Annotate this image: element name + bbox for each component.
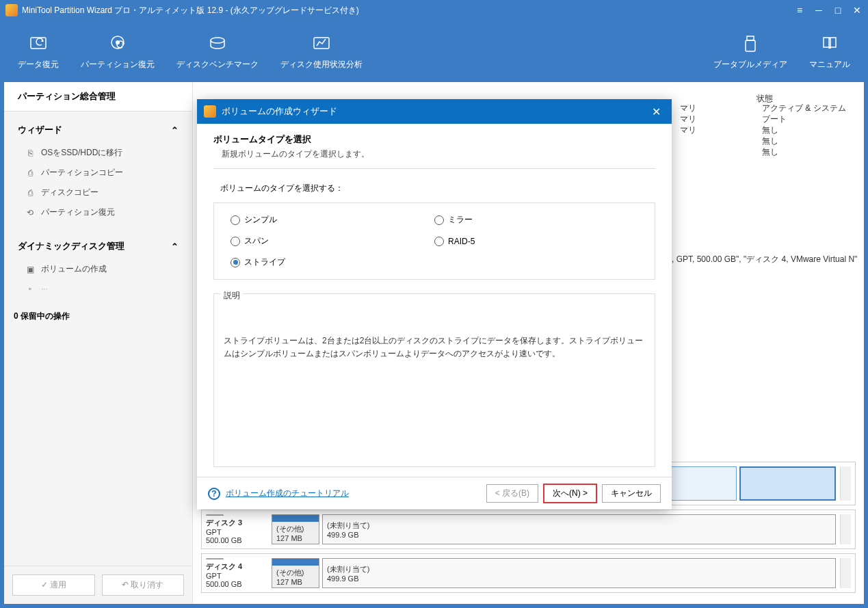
modal-close-button[interactable]: ✕ (648, 104, 665, 120)
maximize-button[interactable]: □ (832, 5, 843, 16)
partition-size: 499.9 GB (327, 531, 831, 539)
partition-size: 127 MB (276, 534, 315, 542)
modal-footer: ? ボリューム作成のチュートリアル < 戻る(B) 次へ(N) > キャンセル (197, 477, 672, 510)
next-button[interactable]: 次へ(N) > (544, 484, 596, 503)
sidebar-item-label: パーティション復元 (41, 207, 115, 218)
wizard-title: ボリュームタイプを選択 (213, 133, 655, 146)
sidebar-item-migrate-os[interactable]: ⎘ OSをSSD/HDDに移行 (4, 143, 192, 163)
scrollbar-vertical[interactable] (840, 558, 851, 588)
wizard-header: ボリュームタイプを選択 新規ボリュームのタイプを選択します。 (213, 133, 655, 169)
sidebar-item-disk-copy[interactable]: ⎙ ディスクコピー (4, 183, 192, 202)
disk-card-4[interactable]: ディスク 4 GPT 500.00 GB (その他) 127 MB (未割り当て… (201, 553, 856, 593)
disk-info-fragment: , GPT, 500.00 GB", "ディスク 4, VMware Virtu… (672, 250, 857, 269)
window-controls: ≡ ─ □ ✕ (794, 5, 863, 16)
partition-block-unallocated[interactable]: (未割り当て) 499.9 GB (322, 558, 836, 588)
disk-size: 500.00 GB (206, 580, 267, 588)
migrate-icon: ⎘ (25, 148, 36, 159)
sidebar-item-label: ボリュームの作成 (41, 263, 107, 275)
radio-icon (434, 215, 444, 225)
radio-raid5[interactable]: RAID-5 (434, 235, 638, 247)
create-volume-icon: ▣ (25, 264, 36, 275)
partition-block-unallocated[interactable]: (未割り当て) 499.9 GB (322, 514, 836, 544)
modal-body: ボリュームタイプを選択 新規ボリュームのタイプを選択します。 ボリュームのタイプ… (197, 124, 672, 477)
tool-label: ディスクベンチマーク (176, 59, 259, 70)
scrollbar-vertical[interactable] (840, 514, 851, 544)
description-legend: 説明 (221, 291, 243, 300)
select-type-label: ボリュームのタイプを選択する： (213, 183, 655, 194)
tool-label: マニュアル (809, 59, 850, 70)
sidebar-item-truncated[interactable]: ▫ ··· (4, 279, 192, 298)
disk-label: ディスク 4 GPT 500.00 GB (206, 558, 267, 588)
radio-mirror[interactable]: ミラー (434, 214, 638, 226)
disk-card-3[interactable]: ディスク 3 GPT 500.00 GB (その他) 127 MB (未割り当て… (201, 510, 856, 549)
titlebar: MiniTool Partition Wizard プロ・アルティメット版 12… (0, 0, 868, 21)
disk-type: GPT (206, 528, 267, 536)
description-group: 説明 ストライプボリュームは、2台または2台以上のディスクのストライプにデータを… (213, 293, 655, 467)
partition-size: 499.9 GB (327, 574, 831, 583)
svg-rect-6 (746, 40, 755, 51)
radio-label: シンプル (244, 214, 277, 226)
partition-block-other[interactable]: (その他) 127 MB (272, 514, 319, 544)
tool-label: パーティション復元 (81, 59, 155, 70)
sidebar-item-label: ··· (41, 284, 48, 293)
wizard-subtitle: 新規ボリュームのタイプを選択します。 (213, 148, 655, 160)
manual-button[interactable]: マニュアル (798, 29, 861, 75)
back-button[interactable]: < 戻る(B) (486, 484, 538, 503)
window-title: MiniTool Partition Wizard プロ・アルティメット版 12… (22, 5, 794, 16)
wizard-section-header[interactable]: ウィザード ⌃ (4, 117, 192, 143)
section-title-label: ウィザード (18, 124, 62, 136)
disk-usage-icon (311, 33, 332, 55)
close-button[interactable]: ✕ (852, 5, 863, 16)
radio-stripe[interactable]: ストライプ (231, 256, 434, 268)
tab-partition-management[interactable]: パーティション総合管理 (4, 82, 192, 111)
radio-icon (231, 237, 240, 246)
tutorial-link[interactable]: ボリューム作成のチュートリアル (226, 488, 349, 499)
partition-label: (その他) (276, 524, 315, 534)
partition-recovery-icon (107, 33, 129, 55)
radio-label: ストライプ (244, 256, 285, 268)
generic-icon: ▫ (25, 283, 36, 294)
bootable-media-button[interactable]: ブータブルメディア (702, 29, 798, 75)
sidebar-actions: ✓ 適用 ↶ 取り消す (4, 566, 192, 604)
app-icon (5, 4, 18, 16)
partition-label: (未割り当て) (327, 564, 831, 574)
sidebar-item-label: パーティションコピー (41, 167, 123, 179)
chevron-up-icon: ⌃ (171, 125, 179, 135)
pending-operations-label: 0 保留中の操作 (4, 304, 192, 329)
help-icon[interactable]: ? (208, 488, 220, 500)
partition-size: 127 MB (276, 578, 315, 586)
menu-icon[interactable]: ≡ (794, 5, 805, 16)
sidebar-item-partition-copy[interactable]: ⎙ パーティションコピー (4, 163, 192, 183)
partition-recovery-button[interactable]: パーティション復元 (70, 29, 166, 75)
tool-label: データ復元 (18, 59, 59, 70)
disk-name: ディスク 4 (206, 561, 267, 572)
apply-button[interactable]: ✓ 適用 (12, 574, 95, 596)
dynamic-section-header[interactable]: ダイナミックディスク管理 ⌃ (4, 233, 192, 259)
table-header: 状態 (201, 89, 856, 97)
partition-block-selected[interactable] (739, 466, 836, 501)
toolbar: データ復元 パーティション復元 ディスクベンチマーク ディスク使用状況分析 ブー… (0, 21, 868, 82)
minimize-button[interactable]: ─ (813, 5, 824, 16)
sidebar-item-partition-recovery[interactable]: ⟲ パーティション復元 (4, 202, 192, 222)
usb-icon (739, 33, 761, 55)
radio-empty (434, 256, 638, 268)
partition-block-other[interactable]: (その他) 127 MB (272, 558, 319, 588)
radio-label: RAID-5 (448, 237, 475, 246)
disk-benchmark-icon (207, 33, 228, 55)
sidebar-item-label: OSをSSD/HDDに移行 (41, 147, 122, 159)
data-recovery-button[interactable]: データ復元 (7, 29, 70, 75)
undo-button[interactable]: ↶ 取り消す (102, 574, 185, 596)
recovery-icon: ⟲ (25, 207, 36, 218)
cancel-button[interactable]: キャンセル (602, 484, 661, 503)
data-recovery-icon (27, 33, 49, 55)
sidebar-item-create-volume[interactable]: ▣ ボリュームの作成 (4, 259, 192, 279)
disk-name: ディスク 3 (206, 518, 267, 528)
radio-simple[interactable]: シンプル (231, 214, 434, 226)
disk-usage-button[interactable]: ディスク使用状況分析 (269, 29, 373, 75)
radio-icon (231, 215, 240, 225)
scrollbar-vertical[interactable] (840, 466, 851, 501)
radio-span[interactable]: スパン (231, 235, 434, 247)
tool-label: ディスク使用状況分析 (280, 59, 363, 70)
disk-benchmark-button[interactable]: ディスクベンチマーク (166, 29, 269, 75)
dynamic-disk-section: ダイナミックディスク管理 ⌃ ▣ ボリュームの作成 ▫ ··· (4, 228, 192, 304)
